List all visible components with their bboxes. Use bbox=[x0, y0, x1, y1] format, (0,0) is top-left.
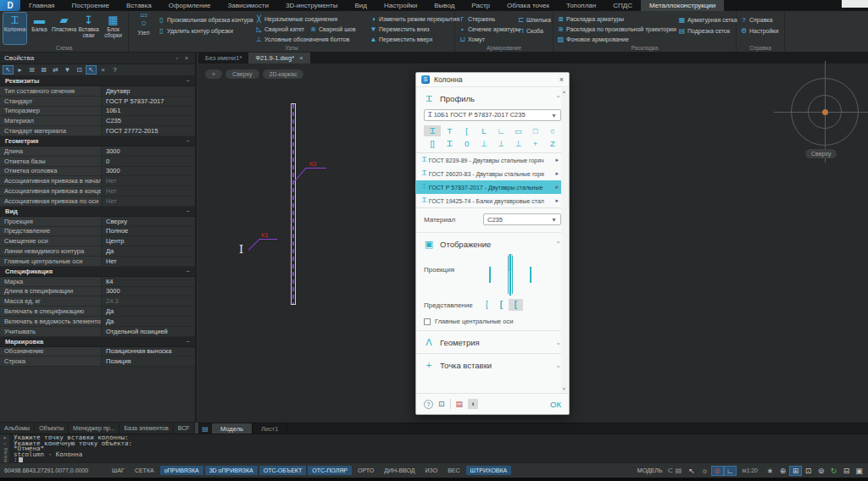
ribbon-tab[interactable]: Построение bbox=[63, 0, 118, 11]
property-value[interactable]: Нет bbox=[102, 176, 195, 185]
uzel-button[interactable]: 123 ○ Узел bbox=[132, 13, 155, 44]
pin-icon[interactable]: ▫ bbox=[3, 441, 5, 446]
ribbon-tab[interactable]: Облака точек bbox=[498, 0, 558, 11]
layout-tab[interactable]: Модель bbox=[212, 423, 253, 434]
ribbon-button[interactable]: ⊏ Шпилька bbox=[517, 14, 549, 25]
dialog-title-bar[interactable]: S Колонна × bbox=[416, 73, 569, 87]
ribbon-tab[interactable]: Настройки bbox=[376, 0, 426, 11]
ribbon-button[interactable]: ≋ Раскладка по произвольной траектории bbox=[557, 25, 676, 34]
command-history[interactable]: Укажите точку вставки колонны:Укажите ко… bbox=[9, 434, 868, 462]
representation-option-icon[interactable]: [ bbox=[494, 299, 509, 311]
status-toggle-button[interactable]: ШАГ bbox=[108, 466, 129, 475]
ribbon-button[interactable]: Γ Стержень bbox=[459, 14, 515, 24]
profile-shape-icon[interactable]: Z bbox=[544, 138, 561, 149]
ribbon-button[interactable]: ◑ Изменить режим перекрытия bbox=[370, 14, 451, 24]
ribbon-big-button[interactable]: ▦ Блок сборки bbox=[102, 13, 125, 44]
profile-shape-icon[interactable]: T bbox=[441, 125, 458, 136]
ribbon-tab[interactable]: Вид bbox=[346, 0, 375, 11]
projection-option-bottom-icon[interactable] bbox=[508, 279, 513, 296]
ribbon-button[interactable]: ▯ Произвольная обрезка контура bbox=[158, 14, 253, 25]
ribbon-button[interactable]: ▲ Переместить вверх bbox=[370, 35, 451, 44]
profile-shape-icon[interactable]: □ bbox=[527, 125, 544, 136]
viewport-control-pill[interactable]: 2D-каркас bbox=[263, 69, 304, 79]
property-value[interactable]: Да bbox=[102, 246, 195, 256]
property-value[interactable]: Сверху bbox=[102, 217, 195, 226]
profile-dropdown[interactable]: Ɪ 10Б1 ГОСТ Р 57837-2017 С235 ▼ bbox=[424, 109, 561, 121]
ok-button[interactable]: ОК bbox=[550, 400, 561, 409]
status-toggle-button[interactable]: ОТС-ПОЛЯР bbox=[308, 466, 352, 475]
document-tab[interactable]: Ф21.9-1.dwg* bbox=[248, 53, 309, 64]
chevron-down-icon[interactable]: ⌄ bbox=[555, 339, 561, 346]
compass-view-label[interactable]: Сверху bbox=[805, 149, 837, 158]
properties-toolbar-icon[interactable]: ▼ bbox=[63, 66, 72, 74]
navigation-icon[interactable]: ▣ bbox=[854, 467, 865, 475]
annotation-scale[interactable]: м1:20 bbox=[739, 467, 761, 473]
ribbon-tab[interactable]: СПДС bbox=[604, 0, 641, 11]
insertion-point-section-header[interactable]: + Точка вставки ⌄ bbox=[416, 354, 569, 374]
status-toggle-button[interactable]: СЕТКА bbox=[131, 466, 159, 475]
properties-toolbar-icon[interactable]: ? bbox=[110, 66, 120, 74]
panel-tab[interactable]: Альбомы bbox=[0, 423, 35, 434]
profile-shape-icon[interactable]: ▭ bbox=[509, 125, 526, 136]
property-value[interactable]: Двутавр bbox=[102, 86, 195, 96]
property-section-header[interactable]: Геометрия bbox=[0, 136, 195, 147]
ribbon-button[interactable]: ⊔ Хомут bbox=[459, 35, 515, 44]
profile-shape-icon[interactable]: L bbox=[476, 125, 492, 136]
model-space-label[interactable]: МОДЕЛЬ bbox=[637, 467, 663, 473]
property-section-header[interactable]: Вид bbox=[0, 207, 195, 217]
help-icon[interactable]: ? bbox=[424, 400, 433, 409]
properties-toolbar-icon[interactable]: ↖ bbox=[3, 66, 13, 74]
material-dropdown[interactable]: С235 ▼ bbox=[483, 213, 561, 225]
model-space-icon[interactable]: ⊂ bbox=[666, 467, 675, 474]
property-value[interactable]: С235 bbox=[102, 116, 195, 125]
property-value[interactable]: К4 bbox=[102, 277, 195, 286]
column-entity[interactable] bbox=[291, 103, 296, 305]
ribbon-button[interactable]: ▤ Подрезка сеток bbox=[678, 25, 732, 36]
ribbon-tab[interactable]: Вывод bbox=[426, 0, 463, 11]
status-icon[interactable]: ∟ bbox=[725, 467, 736, 475]
status-toggle-button[interactable]: ОТС-ОБЪЕКТ bbox=[259, 466, 306, 475]
property-section-header[interactable]: Реквизиты bbox=[0, 76, 195, 86]
panel-tab[interactable]: BCF bbox=[174, 423, 195, 434]
standard-list-item[interactable]: Ɪ ГОСТ Р 57837-2017 - Двутавры стальные bbox=[416, 180, 569, 194]
properties-toolbar-icon[interactable]: ⊠ bbox=[39, 66, 48, 74]
ribbon-tab[interactable]: Вставка bbox=[118, 0, 160, 11]
property-section-header[interactable]: Маркировка bbox=[0, 337, 195, 347]
profile-shape-icon[interactable]: 0 bbox=[459, 138, 476, 149]
navigation-icon[interactable]: ⊕ bbox=[777, 467, 788, 475]
ribbon-button[interactable]: • Сечение арматуры bbox=[459, 25, 515, 34]
properties-toolbar-icon[interactable]: ▸ bbox=[15, 66, 25, 74]
property-value[interactable]: ГОСТ 27772-2015 bbox=[102, 126, 195, 135]
ribbon-button[interactable]: ▼ Переместить вниз bbox=[370, 25, 451, 34]
ribbon-button[interactable]: ⊓ Скоба bbox=[517, 25, 549, 36]
chevron-up-icon[interactable]: ⌃ bbox=[555, 240, 561, 248]
panel-tab[interactable]: База элементов bbox=[120, 423, 173, 434]
status-toggle-button[interactable]: оПРИВЯЗКА bbox=[160, 466, 203, 475]
central-axes-checkbox[interactable] bbox=[424, 318, 431, 325]
property-value[interactable]: Нет bbox=[102, 186, 195, 196]
profile-shape-icon[interactable]: ⊥ bbox=[509, 138, 526, 149]
property-value[interactable]: Позиционная выноска bbox=[102, 347, 195, 357]
ribbon-big-button[interactable]: Ɪ Колонна bbox=[3, 13, 26, 44]
property-value[interactable]: 3000 bbox=[102, 147, 195, 156]
profile-shape-icon[interactable]: Ɪ bbox=[441, 138, 458, 149]
property-value[interactable]: Нет bbox=[102, 196, 195, 206]
capture-icon[interactable]: ⊡ bbox=[438, 400, 445, 408]
navigation-icon[interactable]: ⊚ bbox=[815, 467, 826, 475]
ribbon-button[interactable]: ╳ Неразъемные соединения bbox=[255, 14, 367, 24]
ribbon-button[interactable]: ◺ Сварной катет bbox=[255, 25, 304, 35]
profile-shape-icon[interactable]: ○ bbox=[544, 125, 561, 136]
status-toggle-button[interactable]: ШТРИХОВКА bbox=[466, 466, 512, 475]
projection-option-right-icon[interactable] bbox=[528, 267, 533, 284]
ribbon-big-button[interactable]: ▰ Пластина bbox=[53, 13, 75, 44]
viewport-control-pill[interactable]: Сверху bbox=[225, 69, 259, 79]
properties-toolbar-icon[interactable]: ⊞ bbox=[27, 66, 36, 74]
ribbon-big-button[interactable]: ↧ Вставка сваи bbox=[77, 13, 100, 44]
property-value[interactable]: Да bbox=[102, 307, 195, 316]
profile-shape-icon[interactable]: ⊥ bbox=[492, 138, 509, 149]
close-icon[interactable]: × bbox=[3, 435, 7, 440]
viewport-control-pill[interactable]: + bbox=[205, 69, 222, 79]
profile-shape-icon[interactable]: + bbox=[527, 138, 544, 149]
ribbon-tab[interactable]: Металлоконструкции bbox=[641, 0, 724, 11]
property-value[interactable]: Центр bbox=[102, 236, 195, 246]
